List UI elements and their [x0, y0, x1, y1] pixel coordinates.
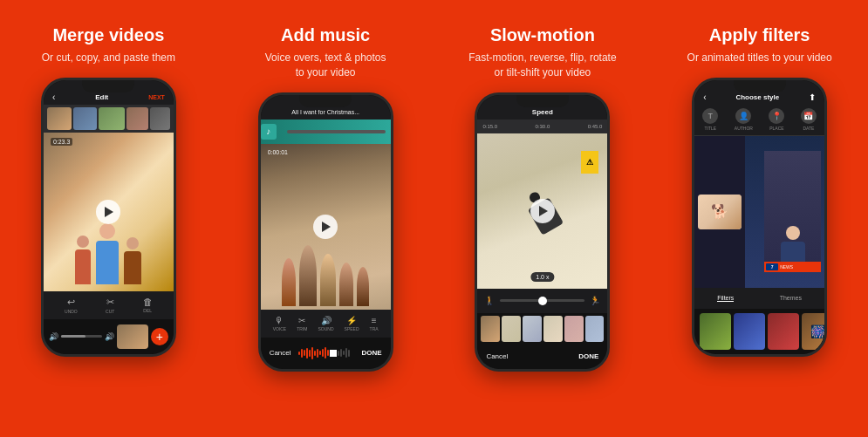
filter-row: 🎆 — [694, 309, 824, 354]
clip-thumbnail[interactable] — [117, 324, 148, 349]
panel-slowmo: Slow-motion Fast-motion, reverse, flip, … — [434, 0, 652, 437]
speed-knob — [538, 297, 547, 305]
dog-image: 🐕 — [698, 195, 742, 229]
style-title: Choose style — [735, 93, 779, 101]
volume-row: 🔊 🔊 — [49, 332, 114, 341]
thumb-3[interactable] — [523, 316, 542, 342]
filter-2[interactable] — [734, 313, 765, 350]
panel-music: Add music Voice overs, text & photos to … — [217, 0, 434, 437]
voice-tool[interactable]: 🎙VOICE — [273, 316, 287, 331]
marker-3: 0:45.0 — [588, 124, 603, 129]
thumb-1[interactable] — [481, 316, 500, 342]
panel-slowmo-subtitle: Fast-motion, reverse, flip, rotate or ti… — [468, 51, 616, 80]
thumb-6[interactable] — [585, 316, 605, 342]
place-icon-item[interactable]: 📍 PLACE — [769, 108, 784, 131]
marker-1: 0:15.0 — [482, 124, 497, 129]
person-3 — [124, 237, 141, 284]
play-button-merge[interactable] — [96, 200, 120, 224]
speed-tool[interactable]: ⚡SPEED — [345, 316, 359, 331]
wave-13 — [338, 351, 339, 356]
main-video-merge: 0:23.3 — [44, 133, 174, 291]
clip-5[interactable] — [150, 107, 170, 130]
cancel-button-slowmo[interactable]: Cancel — [486, 352, 508, 360]
share-icon[interactable]: ⬆ — [809, 92, 816, 102]
news-bar: 7 NEWS — [764, 262, 821, 272]
delete-tool[interactable]: 🗑DEL — [143, 297, 153, 313]
volume-icon: 🔊 — [49, 332, 58, 341]
cancel-button-music[interactable]: Cancel — [270, 349, 291, 357]
toolbar-merge: ↩UNDO ✂CUT 🗑DEL — [44, 291, 174, 319]
wave-15 — [343, 351, 345, 355]
panel-merge-subtitle: Or cut, copy, and paste them — [42, 51, 175, 65]
thumb-2[interactable] — [502, 316, 521, 342]
music-timeline[interactable] — [287, 130, 386, 133]
next-button[interactable]: NEXT — [148, 94, 165, 100]
firework-thumb: 🎆 — [802, 313, 824, 350]
filter-1[interactable] — [700, 313, 731, 350]
undo-tool[interactable]: ↩UNDO — [65, 297, 78, 314]
clip-2[interactable] — [73, 107, 97, 130]
author-label: AUTHOR — [735, 126, 753, 131]
back-icon: ‹ — [52, 92, 55, 102]
crowd-person-2 — [299, 245, 317, 306]
title-icon-item[interactable]: T TITLE — [702, 108, 718, 131]
panel-music-title: Add music — [281, 24, 370, 45]
add-clip-button[interactable]: + — [151, 328, 168, 345]
wave-14 — [340, 349, 342, 357]
back-icon-filters: ‹ — [703, 92, 706, 102]
play-button-slowmo[interactable] — [530, 199, 555, 223]
clip-1[interactable] — [47, 107, 72, 130]
music-icon: ♪ — [261, 124, 277, 140]
panel-slowmo-title: Slow-motion — [490, 24, 595, 45]
ticker-text: NEWS — [780, 264, 793, 270]
clip-3[interactable] — [99, 107, 125, 130]
speed-slider[interactable] — [500, 299, 584, 302]
filter-tabs-row: Filters Themes — [694, 288, 824, 309]
wave-11 — [325, 347, 326, 358]
thumb-5[interactable] — [564, 316, 584, 342]
audio-wave — [298, 346, 355, 360]
wave-8 — [317, 349, 318, 358]
phone-music: All I want for Christmas... ♪ 0:00:01 — [258, 92, 393, 372]
clip-4[interactable] — [126, 107, 148, 130]
main-content-filters: 🐕 — [694, 136, 824, 288]
firework-emoji: 🎆 — [810, 324, 825, 338]
crowd-person-5 — [357, 267, 369, 306]
timeline-clips — [44, 105, 174, 133]
timestamp-music: 0:00:01 — [268, 149, 288, 155]
news-overlay: 7 NEWS — [745, 136, 824, 288]
speed-row: 🚶 🏃 — [477, 289, 607, 313]
trim-tool[interactable]: ✂TRIM — [297, 316, 307, 331]
date-icon-item[interactable]: 📅 DATE — [801, 108, 817, 131]
author-icon-item[interactable]: 👤 AUTHOR — [735, 108, 753, 131]
caution-sign: ⚠ — [581, 151, 598, 174]
thumbnail-strip — [477, 313, 607, 345]
done-button-music[interactable]: DONE — [362, 349, 382, 357]
done-button-slowmo[interactable]: DONE — [578, 352, 598, 360]
play-icon-slowmo — [539, 206, 548, 216]
news-scene: 7 NEWS — [745, 136, 824, 288]
filter-4[interactable]: 🎆 — [802, 313, 824, 350]
panel-music-subtitle: Voice overs, text & photos to your video — [265, 51, 386, 80]
wave-16 — [345, 348, 347, 358]
body-3 — [124, 251, 141, 284]
phone-filters: ‹ Choose style ⬆ T TITLE 👤 AUTHOR 📍 PLAC… — [692, 78, 827, 357]
wave-12 — [327, 350, 329, 356]
title-label: TITLE — [705, 126, 717, 131]
volume-slider[interactable] — [61, 335, 102, 338]
thumb-4[interactable] — [543, 316, 563, 342]
edit-label: Edit — [95, 93, 108, 101]
tab-filters[interactable]: Filters — [717, 295, 734, 302]
wave-2 — [301, 349, 303, 358]
cut-tool[interactable]: ✂CUT — [106, 297, 114, 314]
wave-1 — [298, 352, 300, 355]
sound-tool[interactable]: 🔊SOUND — [318, 316, 334, 331]
filter-3[interactable] — [768, 313, 799, 350]
tra-tool[interactable]: ≡TRA — [370, 316, 379, 331]
person-1 — [75, 236, 91, 284]
play-button-music[interactable] — [313, 215, 338, 239]
crowd-person-4 — [339, 263, 353, 306]
crowd-person-3 — [320, 254, 336, 306]
song-title: All I want for Christmas... — [291, 109, 359, 115]
tab-themes[interactable]: Themes — [780, 295, 802, 301]
